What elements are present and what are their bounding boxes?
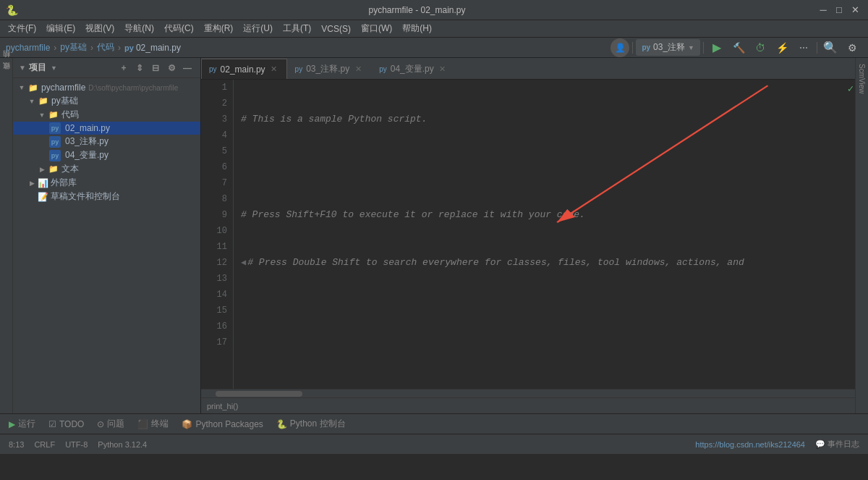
menu-help[interactable]: 帮助(H) — [397, 21, 437, 36]
line-num-13: ▶ 13 — [201, 271, 227, 287]
menu-code[interactable]: 代码(C) — [159, 21, 199, 36]
breadcrumb-code[interactable]: 代码 — [97, 41, 114, 54]
sidebar-scroll-button[interactable]: ⇕ — [132, 61, 147, 75]
menu-window[interactable]: 窗口(W) — [356, 21, 397, 36]
tree-label-text: 文本 — [61, 163, 79, 175]
problems-tab-label: 问题 — [107, 418, 124, 430]
line-num-5: 5 — [201, 143, 227, 159]
project-panel: ▼ 项目 ▼ + ⇕ ⊟ ⚙ — ▼ 📁 pycharmfile D:\soft… — [13, 58, 201, 413]
sidebar-close-button[interactable]: — — [180, 61, 195, 75]
status-python-version[interactable]: Python 3.12.4 — [95, 439, 150, 450]
status-event-log[interactable]: 💬 事件日志 — [812, 437, 862, 451]
bottom-tab-todo[interactable]: ☑ TODO — [43, 415, 90, 434]
line-num-11: 11 — [201, 239, 227, 255]
tree-arrow-code: ▼ — [36, 111, 48, 119]
menu-refactor[interactable]: 重构(R) — [199, 21, 239, 36]
tree-scratches[interactable]: ▶ 📝 草稿文件和控制台 — [13, 190, 200, 203]
line-num-12: 12 — [201, 255, 227, 271]
code-line-3: # Press Shift+F10 to execute it or repla… — [241, 207, 846, 223]
close-button[interactable]: ✕ — [848, 3, 862, 17]
tab-comments[interactable]: py 03_注释.py ✕ — [287, 59, 372, 79]
menu-run[interactable]: 运行(U) — [238, 21, 278, 36]
menu-edit[interactable]: 编辑(E) — [41, 21, 80, 36]
line-num-14: 14 — [201, 287, 227, 303]
problems-tab-icon: ⊙ — [97, 419, 104, 429]
status-left: 8:13 CRLF UTF-8 Python 3.12.4 — [6, 439, 150, 450]
breadcrumb-project[interactable]: pycharmfile — [6, 43, 50, 53]
status-encoding[interactable]: UTF-8 — [62, 439, 90, 450]
code-line-4: ◀# Press Double Shift to search everywhe… — [241, 255, 846, 271]
line-num-7: 7 — [201, 175, 227, 191]
line-numbers: 1 2 3 4 5 6 7 8 9 10 11 12 ▶ 13 14 15 16… — [201, 80, 234, 389]
minimize-button[interactable]: ─ — [816, 3, 830, 17]
encoding-label: UTF-8 — [65, 440, 88, 449]
sidebar-new-button[interactable]: + — [116, 61, 131, 75]
tree-label-py-basics: py基础 — [51, 95, 78, 107]
profile-button[interactable]: ⚡ — [772, 38, 792, 58]
bottom-tab-python-packages[interactable]: 📦 Python Packages — [176, 415, 268, 434]
code-line-5 — [241, 303, 846, 319]
user-avatar[interactable]: 👤 — [610, 38, 629, 57]
file-icon: py — [124, 43, 134, 52]
status-crlf[interactable]: CRLF — [31, 439, 58, 450]
build-button[interactable]: 🔨 — [728, 38, 749, 58]
menu-view[interactable]: 视图(V) — [80, 21, 119, 36]
code-content[interactable]: # This is a sample Python script. # Pres… — [234, 80, 846, 389]
bottom-tab-python-console[interactable]: 🐍 Python 控制台 — [271, 415, 352, 434]
more-button[interactable]: ⋯ — [793, 38, 814, 58]
position-label: 8:13 — [9, 440, 24, 449]
folder-icon-code: 📁 — [48, 109, 59, 121]
tab-comments-label: 03_注释.py — [306, 63, 349, 75]
bottom-tab-terminal[interactable]: ⬛ 终端 — [132, 415, 174, 434]
right-vtab-scmview[interactable]: ScmView — [857, 61, 867, 97]
status-position[interactable]: 8:13 — [6, 439, 27, 450]
tree-text-folder[interactable]: ▶ 📁 文本 — [13, 162, 200, 176]
menu-navigate[interactable]: 导航(N) — [119, 21, 159, 36]
sidebar-collapse-button[interactable]: ⊟ — [148, 61, 163, 75]
code-editor[interactable]: 1 2 3 4 5 6 7 8 9 10 11 12 ▶ 13 14 15 16… — [201, 80, 855, 389]
title-bar-left: 🐍 — [6, 4, 18, 16]
left-vtab-favorites[interactable]: 收藏 — [1, 72, 12, 78]
tree-py-basics[interactable]: ▼ 📁 py基础 — [13, 94, 200, 108]
tab-comments-close[interactable]: ✕ — [353, 64, 363, 75]
tree-file-comments[interactable]: py 03_注释.py — [13, 135, 200, 148]
menu-file[interactable]: 文件(F) — [3, 21, 41, 36]
ext-libs-icon: 📊 — [38, 178, 48, 188]
tree-root[interactable]: ▼ 📁 pycharmfile D:\soft\pycharm\pycharmf… — [13, 81, 200, 94]
tab-vars-close[interactable]: ✕ — [438, 64, 448, 75]
tree-code-folder[interactable]: ▼ 📁 代码 — [13, 108, 200, 122]
sidebar-settings-button[interactable]: ⚙ — [164, 61, 179, 75]
search-button[interactable]: 🔍 — [820, 38, 841, 58]
breadcrumb-py-basics[interactable]: py基础 — [60, 41, 87, 54]
status-link[interactable]: https://blog.csdn.net/iks212464 — [692, 439, 808, 450]
tree-file-vars[interactable]: py 04_变量.py — [13, 148, 200, 162]
run-config-button[interactable]: py 03_注释 ▼ — [636, 39, 700, 56]
run-button[interactable]: ▶ — [707, 38, 727, 58]
code-line-6 — [241, 350, 846, 366]
scratches-icon: 📝 — [38, 192, 48, 202]
bottom-tab-run[interactable]: ▶ 运行 — [3, 415, 41, 434]
tab-main-close[interactable]: ✕ — [269, 64, 279, 75]
tree-file-main[interactable]: py 02_main.py — [13, 122, 200, 135]
menu-tools[interactable]: 工具(T) — [278, 21, 316, 36]
main-area: 结构 收藏 ▼ 项目 ▼ + ⇕ ⊟ ⚙ — ▼ 📁 pycharmfile D… — [0, 58, 868, 413]
todo-tab-label: TODO — [59, 419, 84, 429]
python-console-label: Python 控制台 — [290, 418, 346, 430]
h-scrollbar[interactable] — [201, 389, 855, 397]
terminal-tab-label: 终端 — [151, 418, 169, 430]
tab-vars[interactable]: py 04_变量.py ✕ — [371, 59, 456, 79]
settings-button[interactable]: ⚙ — [842, 38, 862, 58]
py-icon-vars: py — [49, 150, 61, 161]
maximize-button[interactable]: □ — [832, 3, 846, 17]
tree-external-libs[interactable]: ▶ 📊 外部库 — [13, 176, 200, 190]
folder-icon-text: 📁 — [48, 164, 59, 175]
title-bar-title: pycharmfile - 02_main.py — [18, 5, 816, 15]
tab-main[interactable]: py 02_main.py ✕ — [201, 59, 287, 79]
bottom-tab-problems[interactable]: ⊙ 问题 — [91, 415, 130, 434]
left-vtab-structure[interactable]: 结构 — [1, 61, 12, 67]
coverage-button[interactable]: ⏱ — [750, 38, 770, 58]
h-scrollbar-thumb[interactable] — [216, 391, 302, 397]
menu-vcs[interactable]: VCS(S) — [316, 22, 356, 35]
app-icon: 🐍 — [6, 4, 18, 16]
line-num-8: 8 — [201, 191, 227, 207]
